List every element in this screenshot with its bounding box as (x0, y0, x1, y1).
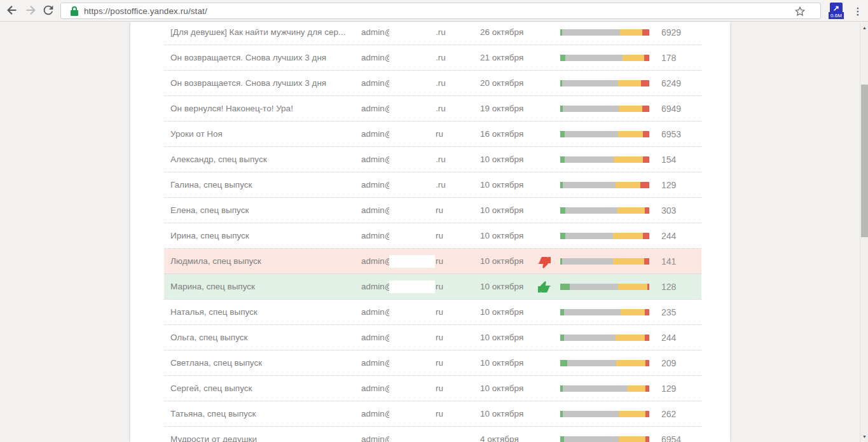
table-row[interactable]: Ирина, спец выпуск admin@ ru 10 октября … (164, 223, 701, 249)
bar-gray-segment (565, 233, 612, 239)
sender-email-domain-suffix: ru (436, 249, 443, 274)
page-background: [Для девушек] Как найти мужчину для сер.… (0, 22, 860, 442)
bar-yellow-segment (618, 131, 643, 137)
table-row[interactable]: Александр, спец выпуск admin@ .ru 10 окт… (164, 147, 701, 172)
sender-email-domain-suffix: .ru (436, 71, 446, 96)
open-count: 154 (661, 147, 676, 172)
email-redaction (389, 204, 435, 217)
bar-green-segment (560, 284, 570, 290)
bar-red-segment (645, 309, 649, 315)
sender-email-domain-suffix: ru (436, 376, 443, 401)
extension-counter-icon[interactable]: ↗ 0.6M (829, 3, 845, 19)
table-row[interactable]: Он возвращается. Снова лучших 3 дня admi… (164, 71, 701, 96)
sender-email-domain-suffix: ru (436, 223, 443, 249)
send-date: 19 октября (480, 96, 523, 121)
table-row[interactable]: Наталья, спец выпуск admin@ ru 10 октябр… (164, 300, 701, 325)
open-count: 209 (661, 350, 676, 376)
forward-icon[interactable] (23, 3, 38, 18)
table-row[interactable]: Светлана, спец выпуск admin@ ru 10 октяб… (164, 350, 701, 376)
table-row[interactable]: Татьяна, спец выпуск admin@ ru 10 октябр… (164, 401, 701, 427)
bar-green-segment (560, 233, 565, 239)
sender-email: admin@ (361, 172, 393, 198)
table-row[interactable]: Мудрости от дедушки admin@ 4 октября 695… (164, 427, 701, 442)
address-bar[interactable]: https://postoffice.yandex.ru/stat/ (60, 3, 821, 19)
sender-email-domain-suffix: ru (436, 350, 443, 376)
bar-gray-segment (563, 106, 619, 112)
bar-gray-segment (564, 335, 616, 341)
table-row[interactable]: Уроки от Ноя admin@ ru 16 октября 6953 (164, 121, 701, 147)
bar-gray-segment (565, 207, 617, 214)
bar-yellow-segment (619, 436, 645, 442)
campaign-subject: Ольга, спец выпуск (170, 325, 358, 350)
table-row[interactable]: [Для девушек] Как найти мужчину для сер.… (164, 22, 701, 45)
bar-yellow-segment (617, 207, 645, 214)
sender-email-domain-suffix: ru (436, 121, 443, 147)
table-row[interactable]: Людмила, спец выпуск admin@ ru 10 октябр… (164, 249, 701, 274)
scrollbar[interactable]: ▲ ▼ (860, 22, 868, 442)
bar-yellow-segment (620, 29, 642, 36)
bar-red-segment (644, 258, 649, 265)
campaign-subject: [Для девушек] Как найти мужчину для сер.… (170, 22, 358, 45)
email-redaction (389, 52, 435, 64)
bar-red-segment (644, 55, 649, 61)
sender-email: admin@ (361, 401, 393, 427)
scroll-up-icon[interactable]: ▲ (860, 24, 868, 32)
open-count: 129 (661, 376, 676, 401)
bookmark-star-icon[interactable] (794, 5, 806, 18)
table-row[interactable]: Он возвращается. Снова лучших 3 дня admi… (164, 45, 701, 71)
scroll-down-icon[interactable]: ▼ (860, 432, 868, 441)
campaign-subject: Он вернулся! Наконец-то! Ура! (170, 96, 358, 121)
chrome-menu-icon[interactable]: ⋮ (851, 3, 865, 18)
bar-red-segment (647, 284, 649, 290)
open-count: 235 (661, 300, 676, 325)
sender-email: admin@ (361, 45, 393, 71)
send-date: 10 октября (480, 147, 523, 172)
sender-email: admin@ (361, 376, 393, 401)
back-icon[interactable] (4, 3, 20, 18)
send-date: 10 октября (480, 300, 523, 325)
send-date: 10 октября (480, 198, 523, 223)
scrollbar-thumb[interactable] (861, 85, 868, 237)
bar-yellow-segment (613, 258, 644, 265)
table-row[interactable]: Он вернулся! Наконец-то! Ура! admin@ .ru… (164, 96, 701, 121)
engagement-bar (560, 131, 649, 137)
open-count: 244 (661, 223, 676, 249)
email-redaction (389, 408, 435, 420)
send-date: 10 октября (480, 223, 523, 249)
campaign-subject: Сергей, спец выпуск (170, 376, 358, 401)
sender-email-domain-suffix: .ru (436, 45, 446, 71)
engagement-bar (560, 233, 649, 239)
open-count: 6249 (661, 71, 681, 96)
sender-email-domain-suffix: .ru (436, 22, 446, 45)
url-text[interactable]: https://postoffice.yandex.ru/stat/ (84, 6, 207, 16)
bar-red-segment (643, 131, 649, 137)
sender-email: admin@ (361, 198, 393, 223)
sender-email-domain-suffix: ru (436, 401, 443, 427)
bar-red-segment (642, 106, 649, 112)
sender-email-domain-suffix: .ru (436, 147, 446, 172)
sender-email: admin@ (361, 121, 393, 147)
refresh-icon[interactable] (41, 3, 56, 18)
engagement-bar (560, 182, 649, 188)
open-count: 303 (661, 198, 676, 223)
sender-email: admin@ (361, 300, 393, 325)
campaign-subject: Александр, спец выпуск (170, 147, 358, 172)
bar-yellow-segment (623, 55, 644, 61)
bar-gray-segment (562, 29, 620, 36)
send-date: 10 октября (480, 249, 523, 274)
bar-red-segment (640, 182, 649, 188)
sender-email: admin@ (361, 325, 393, 350)
table-row[interactable]: Елена, спец выпуск admin@ ru 10 октября … (164, 198, 701, 223)
open-count: 141 (661, 249, 676, 274)
table-row[interactable]: Сергей, спец выпуск admin@ ru 10 октября… (164, 376, 701, 401)
engagement-bar (560, 207, 649, 214)
table-row[interactable]: Галина, спец выпуск admin@ .ru 10 октябр… (164, 172, 701, 198)
email-redaction (389, 331, 435, 344)
bar-red-segment (643, 156, 649, 163)
table-row[interactable]: Ольга, спец выпуск admin@ ru 10 октября … (164, 325, 701, 350)
table-row[interactable]: Марина, спец выпуск admin@ ru 10 октября… (164, 274, 701, 300)
campaign-subject: Он возвращается. Снова лучших 3 дня (170, 45, 358, 71)
engagement-bar (560, 360, 649, 366)
send-date: 10 октября (480, 325, 523, 350)
bar-red-segment (645, 207, 649, 214)
